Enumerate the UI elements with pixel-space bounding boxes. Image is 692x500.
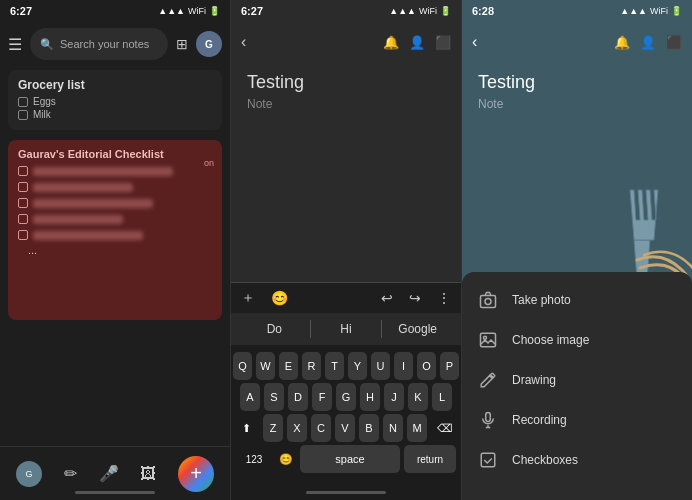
collaborator-icon-3[interactable]: 👤 <box>640 35 656 50</box>
wifi-icon: WiFi <box>188 6 206 16</box>
panel-notes-list: 6:27 ▲▲▲ WiFi 🔋 ☰ 🔍 Search your notes ⊞ … <box>0 0 231 500</box>
time-2: 6:27 <box>241 5 263 17</box>
cb4 <box>18 214 28 224</box>
key-r[interactable]: R <box>302 352 321 380</box>
key-s[interactable]: S <box>264 383 284 411</box>
key-j[interactable]: J <box>384 383 404 411</box>
top-actions-3: 🔔 👤 ⬛ <box>614 35 682 50</box>
top-actions: 🔔 👤 ⬛ <box>383 35 451 50</box>
svg-rect-5 <box>481 453 495 467</box>
key-row-3: ⬆ Z X C V B N M ⌫ <box>233 414 459 442</box>
blurred-line-5 <box>33 231 143 240</box>
key-shift[interactable]: ⬆ <box>233 414 259 442</box>
editorial-note-card[interactable]: Gaurav's Editorial Checklist on <box>8 140 222 320</box>
choose-image-icon <box>478 330 498 350</box>
collaborator-icon[interactable]: 👤 <box>409 35 425 50</box>
archive-icon[interactable]: ⬛ <box>435 35 451 50</box>
key-y[interactable]: Y <box>348 352 367 380</box>
blurred-line-3 <box>33 199 153 208</box>
key-e[interactable]: E <box>279 352 298 380</box>
battery-icon-2: 🔋 <box>440 6 451 16</box>
signal-icon-2: ▲▲▲ <box>389 6 416 16</box>
key-d[interactable]: D <box>288 383 308 411</box>
key-emoji[interactable]: 😊 <box>276 445 296 473</box>
emoji-tool-icon[interactable]: 😊 <box>271 290 288 306</box>
fab-button[interactable]: + <box>178 456 214 492</box>
key-l[interactable]: L <box>432 383 452 411</box>
suggestion-hi[interactable]: Hi <box>311 322 382 336</box>
recording-icon <box>478 410 498 430</box>
search-box[interactable]: 🔍 Search your notes <box>30 28 168 60</box>
cb2 <box>18 182 28 192</box>
status-icons-3: ▲▲▲ WiFi 🔋 <box>620 6 682 16</box>
archive-icon-3[interactable]: ⬛ <box>666 35 682 50</box>
menu-checkboxes[interactable]: Checkboxes <box>462 440 692 480</box>
menu-drawing[interactable]: Drawing <box>462 360 692 400</box>
key-return[interactable]: return <box>404 445 456 473</box>
key-v[interactable]: V <box>335 414 355 442</box>
key-t[interactable]: T <box>325 352 344 380</box>
wifi-icon-2: WiFi <box>419 6 437 16</box>
grocery-item-eggs: Eggs <box>18 96 212 107</box>
key-m[interactable]: M <box>407 414 427 442</box>
key-i[interactable]: I <box>394 352 413 380</box>
grocery-title: Grocery list <box>18 78 212 92</box>
key-f[interactable]: F <box>312 383 332 411</box>
key-k[interactable]: K <box>408 383 428 411</box>
suggestion-do[interactable]: Do <box>239 322 310 336</box>
note-content-area[interactable]: Testing Note <box>231 62 461 282</box>
key-delete[interactable]: ⌫ <box>431 414 459 442</box>
search-icon: 🔍 <box>40 38 54 51</box>
editorial-content <box>18 166 212 240</box>
checkbox-eggs[interactable] <box>18 97 28 107</box>
cb1 <box>18 166 28 176</box>
key-n[interactable]: N <box>383 414 403 442</box>
back-arrow-3[interactable]: ‹ <box>472 33 477 51</box>
reminder-icon-3[interactable]: 🔔 <box>614 35 630 50</box>
back-arrow[interactable]: ‹ <box>241 33 246 51</box>
menu-take-photo[interactable]: Take photo <box>462 280 692 320</box>
key-a[interactable]: A <box>240 383 260 411</box>
eggs-label: Eggs <box>33 96 56 107</box>
key-space[interactable]: space <box>300 445 400 473</box>
key-h[interactable]: H <box>360 383 380 411</box>
menu-choose-image[interactable]: Choose image <box>462 320 692 360</box>
key-b[interactable]: B <box>359 414 379 442</box>
editor-top-bar: ‹ 🔔 👤 ⬛ <box>231 22 461 62</box>
key-x[interactable]: X <box>287 414 307 442</box>
status-icons-2: ▲▲▲ WiFi 🔋 <box>389 6 451 16</box>
blurred-line-4 <box>33 215 123 224</box>
user-avatar-bottom[interactable]: G <box>16 461 42 487</box>
key-g[interactable]: G <box>336 383 356 411</box>
more-options-icon[interactable]: ⋮ <box>437 290 451 306</box>
user-avatar[interactable]: G <box>196 31 222 57</box>
undo-icon[interactable]: ↩ <box>381 290 393 306</box>
key-123[interactable]: 123 <box>236 445 272 473</box>
add-icon[interactable]: ＋ <box>241 289 255 307</box>
pencil-icon[interactable]: ✏ <box>64 464 77 483</box>
grid-icon[interactable]: ⊞ <box>176 36 188 52</box>
key-p[interactable]: P <box>440 352 459 380</box>
image-bottom-icon[interactable]: 🖼 <box>140 465 156 483</box>
word-suggestions: Do Hi Google <box>231 313 461 345</box>
redo-icon[interactable]: ↪ <box>409 290 421 306</box>
panel-note-image: 6:28 ▲▲▲ WiFi 🔋 ‹ 🔔 👤 ⬛ Testing Note <box>462 0 692 500</box>
image-options-menu: Take photo Choose image Drawing <box>462 272 692 500</box>
svg-point-3 <box>484 336 487 339</box>
key-o[interactable]: O <box>417 352 436 380</box>
key-z[interactable]: Z <box>263 414 283 442</box>
key-row-1: Q W E R T Y U I O P <box>233 352 459 380</box>
mic-bottom-icon[interactable]: 🎤 <box>99 464 119 483</box>
key-c[interactable]: C <box>311 414 331 442</box>
keyboard: Q W E R T Y U I O P A S D F G H J K L ⬆ … <box>231 345 461 484</box>
key-q[interactable]: Q <box>233 352 252 380</box>
key-w[interactable]: W <box>256 352 275 380</box>
suggestion-google[interactable]: Google <box>382 322 453 336</box>
svg-rect-4 <box>486 413 491 422</box>
hamburger-icon[interactable]: ☰ <box>8 35 22 54</box>
reminder-icon[interactable]: 🔔 <box>383 35 399 50</box>
checkbox-milk[interactable] <box>18 110 28 120</box>
key-u[interactable]: U <box>371 352 390 380</box>
grocery-note-card[interactable]: Grocery list Eggs Milk <box>8 70 222 130</box>
menu-recording[interactable]: Recording <box>462 400 692 440</box>
